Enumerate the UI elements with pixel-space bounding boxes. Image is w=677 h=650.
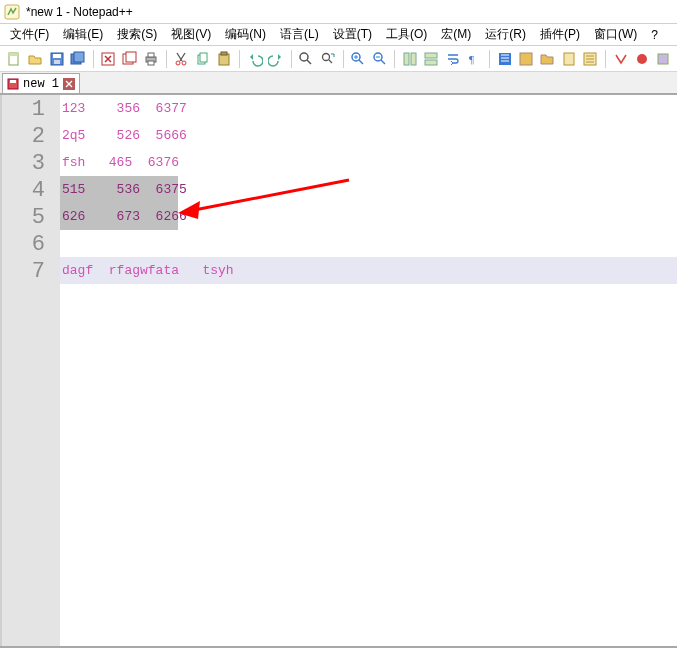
menu-plugins[interactable]: 插件(P) — [534, 24, 586, 45]
line-number: 4 — [5, 178, 45, 203]
code-line: 626 673 6266 — [62, 209, 187, 224]
toolbar-separator — [394, 50, 395, 68]
zoom-out-icon[interactable] — [370, 49, 389, 69]
copy-icon[interactable] — [193, 49, 212, 69]
svg-rect-34 — [658, 54, 668, 64]
menu-window[interactable]: 窗口(W) — [588, 24, 643, 45]
open-file-icon[interactable] — [25, 49, 44, 69]
svg-rect-5 — [54, 60, 60, 64]
menu-settings[interactable]: 设置(T) — [327, 24, 378, 45]
toolbar: ¶ — [0, 46, 677, 72]
toolbar-separator — [605, 50, 606, 68]
menu-bar: 文件(F) 编辑(E) 搜索(S) 视图(V) 编码(N) 语言(L) 设置(T… — [0, 24, 677, 46]
svg-rect-2 — [9, 53, 18, 56]
redo-icon[interactable] — [266, 49, 285, 69]
wrap-icon[interactable] — [443, 49, 462, 69]
menu-file[interactable]: 文件(F) — [4, 24, 55, 45]
play-icon[interactable] — [654, 49, 673, 69]
folder-icon[interactable] — [538, 49, 557, 69]
editor-area: 1 2 3 4 5 6 7 123 356 6377 2q5 526 5666 … — [0, 94, 677, 648]
sync-h-icon[interactable] — [422, 49, 441, 69]
close-all-icon[interactable] — [120, 49, 139, 69]
save-all-icon[interactable] — [68, 49, 87, 69]
svg-rect-24 — [404, 53, 409, 65]
toolbar-separator — [489, 50, 490, 68]
new-file-icon[interactable] — [4, 49, 23, 69]
line-number: 6 — [5, 232, 45, 257]
svg-rect-36 — [10, 80, 16, 83]
unsaved-file-icon — [7, 78, 19, 90]
app-icon — [4, 4, 20, 20]
line-number: 1 — [5, 97, 45, 122]
code-line: fsh 465 6376 — [62, 155, 179, 170]
svg-point-15 — [182, 61, 186, 65]
line-number-gutter: 1 2 3 4 5 6 7 — [0, 95, 60, 646]
toolbar-separator — [166, 50, 167, 68]
svg-point-21 — [322, 53, 329, 60]
svg-text:¶: ¶ — [469, 53, 474, 65]
tab-label: new 1 — [23, 77, 59, 91]
svg-rect-19 — [221, 52, 227, 55]
svg-point-20 — [300, 53, 308, 61]
find-icon[interactable] — [297, 49, 316, 69]
zoom-in-icon[interactable] — [349, 49, 368, 69]
svg-rect-30 — [520, 53, 532, 65]
menu-language[interactable]: 语言(L) — [274, 24, 325, 45]
svg-rect-7 — [74, 52, 84, 62]
record-icon[interactable] — [632, 49, 651, 69]
menu-search[interactable]: 搜索(S) — [111, 24, 163, 45]
menu-run[interactable]: 运行(R) — [479, 24, 532, 45]
close-icon[interactable] — [99, 49, 118, 69]
code-line: 2q5 526 5666 — [62, 128, 187, 143]
code-line: 123 356 6377 — [62, 101, 187, 116]
indent-icon[interactable] — [495, 49, 514, 69]
line-number: 7 — [5, 259, 45, 284]
tab-bar: new 1 — [0, 72, 677, 94]
monitor-icon[interactable] — [611, 49, 630, 69]
replace-icon[interactable] — [318, 49, 337, 69]
cut-icon[interactable] — [172, 49, 191, 69]
window-title: *new 1 - Notepad++ — [26, 5, 133, 19]
svg-rect-13 — [148, 61, 154, 65]
toolbar-separator — [239, 50, 240, 68]
func-list-icon[interactable] — [581, 49, 600, 69]
toolbar-separator — [291, 50, 292, 68]
doc-map-icon[interactable] — [559, 49, 578, 69]
tab-close-icon[interactable] — [63, 78, 75, 90]
svg-rect-10 — [126, 52, 136, 62]
menu-view[interactable]: 视图(V) — [165, 24, 217, 45]
svg-rect-4 — [53, 54, 61, 58]
show-all-icon[interactable]: ¶ — [465, 49, 484, 69]
toolbar-separator — [343, 50, 344, 68]
svg-point-33 — [637, 54, 647, 64]
ud-icon[interactable] — [516, 49, 535, 69]
print-icon[interactable] — [141, 49, 160, 69]
svg-rect-31 — [564, 53, 574, 65]
paste-icon[interactable] — [215, 49, 234, 69]
save-icon[interactable] — [47, 49, 66, 69]
line-number: 2 — [5, 124, 45, 149]
code-line: dagf rfagwfata tsyh — [62, 263, 234, 278]
svg-rect-18 — [219, 54, 229, 65]
line-number: 5 — [5, 205, 45, 230]
undo-icon[interactable] — [245, 49, 264, 69]
svg-point-14 — [176, 61, 180, 65]
menu-encoding[interactable]: 编码(N) — [219, 24, 272, 45]
menu-edit[interactable]: 编辑(E) — [57, 24, 109, 45]
code-line: 515 536 6375 — [62, 182, 187, 197]
menu-macro[interactable]: 宏(M) — [435, 24, 477, 45]
svg-rect-27 — [425, 60, 437, 65]
svg-rect-12 — [148, 53, 154, 57]
svg-rect-25 — [411, 53, 416, 65]
line-number: 3 — [5, 151, 45, 176]
title-bar: *new 1 - Notepad++ — [0, 0, 677, 24]
text-area[interactable]: 123 356 6377 2q5 526 5666 fsh 465 6376 5… — [60, 95, 677, 646]
sync-v-icon[interactable] — [400, 49, 419, 69]
menu-tools[interactable]: 工具(O) — [380, 24, 433, 45]
svg-rect-17 — [200, 53, 207, 62]
tab-new1[interactable]: new 1 — [2, 73, 80, 93]
menu-help[interactable]: ? — [645, 26, 664, 44]
svg-rect-26 — [425, 53, 437, 58]
toolbar-separator — [93, 50, 94, 68]
